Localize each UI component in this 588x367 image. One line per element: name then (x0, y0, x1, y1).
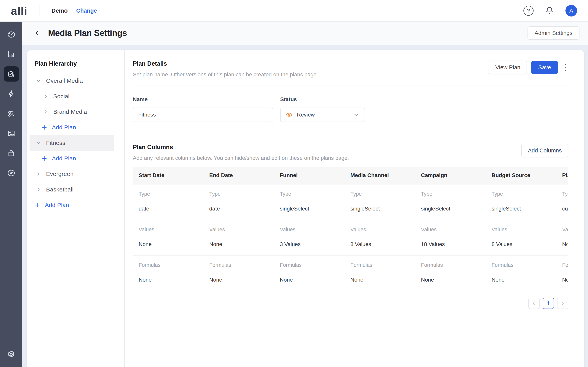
column-header: Start Date (133, 172, 203, 178)
settings-gear-icon (7, 350, 16, 359)
pagination-next-button[interactable] (557, 298, 568, 309)
pagination-next-icon (560, 300, 566, 306)
help-icon[interactable]: ? (523, 6, 534, 16)
tree-item-social[interactable]: Social (27, 89, 124, 104)
tree-item-basketball[interactable]: Basketball (27, 182, 124, 197)
top-bar: alli Demo Change ? A (0, 0, 588, 22)
add-columns-button[interactable]: Add Columns (521, 144, 568, 157)
sidebar-item-media-plans[interactable] (4, 67, 19, 82)
dashboard-gauge-icon (7, 30, 16, 39)
chevron-down-icon[interactable] (35, 140, 41, 146)
column-header: Budget Source (486, 172, 556, 178)
plan-details-subtitle: Set plan name. Other versions of this pl… (133, 71, 318, 78)
lightning-icon (7, 89, 16, 98)
sidebar-item-creative[interactable] (4, 126, 19, 141)
chevron-right-icon[interactable] (43, 109, 49, 115)
admin-settings-button[interactable]: Admin Settings (527, 26, 579, 40)
left-nav-rail (0, 21, 22, 367)
notifications-bell-icon[interactable] (545, 6, 554, 15)
back-arrow-icon[interactable] (34, 29, 43, 37)
change-workspace-link[interactable]: Change (76, 8, 97, 14)
topbar-divider (39, 5, 39, 16)
column-header: Funnel (274, 172, 345, 178)
users-icon (7, 109, 16, 118)
image-icon (7, 129, 16, 138)
pagination-prev-icon (531, 300, 537, 306)
plan-columns-title: Plan Columns (133, 144, 349, 151)
add-plan-button-overall-media[interactable]: Add Plan (27, 120, 124, 135)
table-type-row: Typedate Typedate TypesingleSelect Types… (133, 184, 568, 220)
sidebar-item-dashboard[interactable] (4, 27, 19, 42)
plan-settings-main: Plan Details Set plan name. Other versio… (125, 50, 584, 367)
view-plan-button[interactable]: View Plan (489, 61, 527, 74)
alli-logo: alli (11, 4, 27, 17)
sidebar-item-automations[interactable] (4, 86, 19, 101)
column-header: Campaign (415, 172, 486, 178)
pagination-prev-button[interactable] (528, 298, 540, 309)
plan-details-title: Plan Details (133, 60, 318, 67)
pagination-page-1[interactable]: 1 (543, 298, 554, 309)
settings-card: Plan Hierarchy Overall Media Social Bran… (27, 50, 584, 367)
eye-icon (286, 111, 293, 118)
column-header: Media Channel (345, 172, 415, 178)
table-pagination: 1 (133, 298, 568, 309)
chevron-down-icon[interactable] (35, 78, 41, 84)
sidebar-item-shop[interactable] (4, 146, 19, 161)
sidebar-item-audiences[interactable] (4, 106, 19, 121)
sidebar-item-settings[interactable] (4, 347, 19, 362)
rail-divider (3, 344, 20, 344)
table-values-row: ValuesNone ValuesNone Values3 Values Val… (133, 220, 568, 256)
tree-item-overall-media[interactable]: Overall Media (27, 73, 124, 89)
column-header: Planned Spend (556, 172, 568, 178)
plus-icon (41, 156, 47, 161)
chevron-right-icon[interactable] (35, 187, 41, 192)
column-header: End Date (203, 172, 274, 178)
page-title: Media Plan Settings (48, 28, 127, 38)
add-plan-button-root[interactable]: Add Plan (27, 197, 124, 213)
plan-hierarchy-title: Plan Hierarchy (35, 60, 124, 67)
plan-hierarchy-panel: Plan Hierarchy Overall Media Social Bran… (27, 50, 125, 367)
plan-name-input[interactable] (133, 108, 273, 122)
tree-item-fitness[interactable]: Fitness (30, 135, 114, 151)
plus-icon (41, 125, 47, 130)
status-value: Review (297, 112, 315, 118)
status-select[interactable]: Review (280, 108, 365, 122)
sidebar-item-discover[interactable] (4, 166, 19, 181)
compass-icon (7, 168, 16, 177)
name-field-group: Name (133, 96, 273, 122)
chevron-down-icon (353, 111, 360, 118)
section-divider (133, 85, 568, 85)
bar-chart-icon (7, 50, 16, 59)
sidebar-item-analytics[interactable] (4, 47, 19, 62)
tree-item-evergreen[interactable]: Evergreen (27, 166, 124, 182)
save-button[interactable]: Save (531, 61, 558, 74)
name-label: Name (133, 96, 273, 102)
page-header: Media Plan Settings Admin Settings (22, 21, 588, 45)
workspace-name: Demo (52, 7, 68, 14)
add-plan-button-fitness[interactable]: Add Plan (27, 151, 124, 166)
table-formulas-row: FormulasNone FormulasNone FormulasNone F… (133, 256, 568, 291)
plan-columns-subtitle: Add any relevant columns below. You can … (133, 155, 349, 161)
status-label: Status (280, 96, 365, 102)
avatar[interactable]: A (565, 5, 577, 17)
status-field-group: Status Review (280, 96, 365, 122)
shopping-bag-icon (7, 149, 16, 158)
plus-icon (35, 202, 40, 208)
plan-columns-table: Start Date End Date Funnel Media Channel… (133, 167, 568, 291)
chevron-right-icon[interactable] (35, 171, 41, 177)
table-header-row: Start Date End Date Funnel Media Channel… (133, 167, 568, 184)
tree-item-brand-media[interactable]: Brand Media (27, 104, 124, 120)
chevron-right-icon[interactable] (43, 93, 49, 99)
media-plans-clipboard-icon (7, 69, 16, 78)
kebab-menu-icon[interactable] (562, 62, 568, 73)
